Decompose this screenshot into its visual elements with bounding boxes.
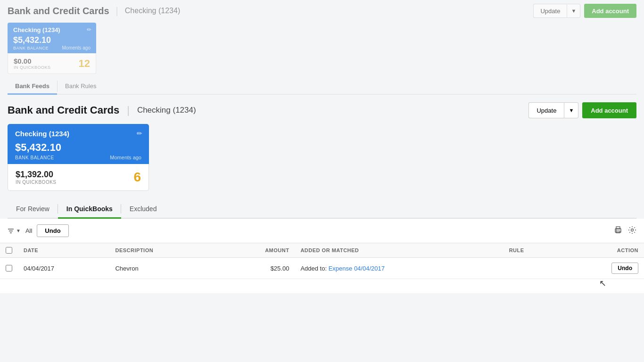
col-checkbox [0,243,18,258]
top-subtitle: Checking (1234) [125,7,180,15]
table-body: 04/04/2017 Chevron $25.00 Added to: Expe… [0,258,644,279]
main-account-card: Checking (1234) ✏ $5,432.10 BANK BALANCE… [8,124,149,164]
all-label: All [25,227,32,234]
main-header-right: Update ▼ Add account [528,102,636,118]
row-checkbox[interactable] [6,265,12,272]
transactions-table: DATE DESCRIPTION AMOUNT ADDED OR MATCHED… [0,243,644,279]
top-tabs-bar: Bank Feeds Bank Rules [8,79,636,95]
tab-in-quickbooks[interactable]: In QuickBooks [58,200,121,219]
row-date: 04/04/2017 [18,258,109,279]
tab-bank-rules[interactable]: Bank Rules [58,79,104,95]
main-section: Bank and Credit Cards | Checking (1234) … [0,95,644,219]
main-header: Bank and Credit Cards | Checking (1234) … [8,102,636,118]
svg-point-7 [631,229,634,231]
top-page-title: Bank and Credit Cards [8,6,109,16]
main-update-caret-button[interactable]: ▼ [564,102,578,118]
row-checkbox-cell [0,258,18,279]
top-card-moments-ago: Moments ago [62,45,91,50]
added-matched-link[interactable]: Expense 04/04/2017 [329,265,385,272]
select-all-checkbox[interactable] [6,247,12,254]
main-add-account-button[interactable]: Add account [582,102,636,118]
main-qb-label: IN QUICKBOOKS [16,180,57,185]
filter-caret-icon: ▼ [16,228,21,233]
table-row: 04/04/2017 Chevron $25.00 Added to: Expe… [0,258,644,279]
filter-right [614,226,636,236]
filter-left: ▼ All Undo [8,224,69,237]
main-qb-info: $1,392.00 IN QUICKBOOKS [16,170,57,185]
top-update-button[interactable]: Update [533,4,567,18]
main-account-card-bottom: $1,392.00 IN QUICKBOOKS 6 [8,164,149,191]
filter-icon [8,228,14,234]
print-button[interactable] [614,226,622,236]
top-qb-info: $0.00 IN QUICKBOOKS [14,57,51,70]
main-card-moments-ago: Moments ago [110,155,141,160]
settings-button[interactable] [628,226,636,236]
main-card-balance-row: BANK BALANCE Moments ago [15,155,141,160]
top-card-edit-icon[interactable]: ✏ [87,26,91,33]
filter-button[interactable]: ▼ [8,228,21,234]
top-count-badge: 12 [79,58,90,70]
top-account-card-bottom: $0.00 IN QUICKBOOKS 12 [8,53,96,74]
col-description: DESCRIPTION [109,243,217,258]
col-rule: RULE [504,243,561,258]
svg-point-6 [616,230,617,230]
main-page-title: Bank and Credit Cards [8,104,119,116]
tab-bank-feeds[interactable]: Bank Feeds [8,79,57,95]
main-count-badge: 6 [133,170,141,185]
print-icon [614,226,622,234]
main-header-left: Bank and Credit Cards | Checking (1234) [8,104,196,116]
row-amount: $25.00 [217,258,295,279]
top-section: Bank and Credit Cards | Checking (1234) … [0,0,644,95]
added-matched-prefix: Added to: [300,265,328,272]
row-description: Chevron [109,258,217,279]
top-add-account-button[interactable]: Add account [584,4,636,18]
top-qb-balance: $0.00 [14,57,51,65]
main-account-card-wrapper: Checking (1234) ✏ $5,432.10 BANK BALANCE… [8,124,636,191]
main-qb-balance: $1,392.00 [16,170,57,180]
table-wrapper: ▼ All Undo [0,219,644,293]
tab-for-review[interactable]: For Review [8,200,58,219]
top-account-card-wrapper: Checking (1234) ✏ $5,432.10 BANK BALANCE… [8,23,636,74]
row-action-cell: Undo [561,258,644,279]
main-subtitle: Checking (1234) [137,106,196,115]
top-separator: | [116,6,118,16]
top-card-balance-row: BANK BALANCE Moments ago [13,45,91,50]
row-rule [504,258,561,279]
undo-button[interactable]: Undo [37,224,68,237]
top-qb-label: IN QUICKBOOKS [14,65,51,70]
top-card-bank-balance-label: BANK BALANCE [13,46,49,50]
col-amount: AMOUNT [217,243,295,258]
col-date: DATE [18,243,109,258]
filter-bar: ▼ All Undo [0,219,644,243]
main-tabs-bar: For Review In QuickBooks Excluded [8,200,636,219]
main-separator: | [127,104,130,116]
svg-rect-5 [616,231,620,233]
cursor-pointer: ↖ [599,279,606,288]
top-header: Bank and Credit Cards | Checking (1234) … [8,4,636,18]
main-update-button[interactable]: Update [528,102,564,118]
main-card-balance: $5,432.10 [15,141,141,154]
main-card-edit-icon[interactable]: ✏ [137,130,142,137]
main-card-title: Checking (1234) [15,130,69,138]
top-account-card: Checking (1234) ✏ $5,432.10 BANK BALANCE… [8,23,96,53]
top-card-title: Checking (1234) [13,26,60,33]
table-header-row: DATE DESCRIPTION AMOUNT ADDED OR MATCHED… [0,243,644,258]
tab-excluded[interactable]: Excluded [121,200,165,219]
top-header-right: Update ▼ Add account [533,4,636,18]
top-card-balance: $5,432.10 [13,35,91,45]
main-card-bank-balance-label: BANK BALANCE [15,155,54,160]
gear-icon [628,226,636,234]
col-added-matched: ADDED OR MATCHED [295,243,503,258]
row-undo-button[interactable]: Undo [611,263,638,274]
top-update-caret-button[interactable]: ▼ [567,4,580,18]
col-action: ACTION [561,243,644,258]
top-header-left: Bank and Credit Cards | Checking (1234) [8,6,180,16]
row-added-matched: Added to: Expense 04/04/2017 [295,258,503,279]
